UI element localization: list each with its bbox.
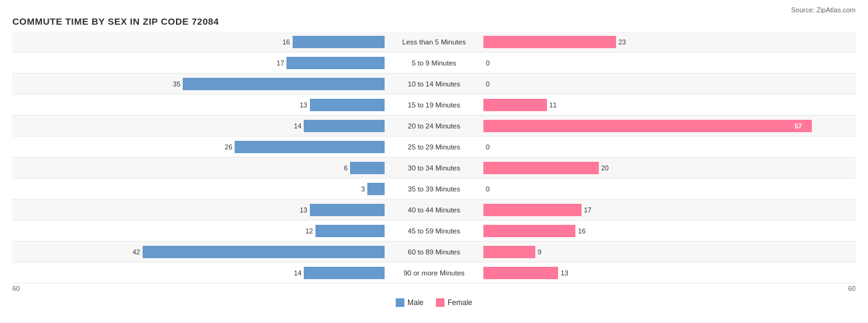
axis-right: 60	[848, 285, 856, 292]
male-value: 16	[282, 36, 290, 48]
row-label: Less than 5 Minutes	[385, 38, 483, 46]
male-bar	[143, 246, 385, 258]
chart-row: 335 to 39 Minutes0	[12, 178, 856, 199]
legend-female-label: Female	[448, 298, 472, 307]
female-bar	[483, 267, 558, 279]
chart-row: 16Less than 5 Minutes23	[12, 31, 856, 52]
male-value: 14	[294, 120, 301, 132]
female-bar	[483, 162, 599, 174]
male-value: 3	[361, 183, 365, 195]
axis-labels: 60 60	[12, 283, 856, 293]
male-bar	[286, 57, 385, 69]
chart-row: 1340 to 44 Minutes17	[12, 199, 856, 220]
male-value: 26	[225, 141, 232, 153]
male-value: 13	[299, 99, 307, 111]
chart-row: 1490 or more Minutes13	[12, 262, 856, 283]
female-bar	[483, 204, 582, 216]
female-value: 17	[584, 204, 591, 216]
female-value: 13	[561, 267, 568, 279]
chart-row: 2625 to 29 Minutes0	[12, 136, 856, 157]
row-label: 20 to 24 Minutes	[385, 122, 483, 130]
female-value: 0	[486, 183, 490, 195]
female-value: 0	[486, 78, 490, 90]
female-value: 16	[578, 225, 585, 237]
female-value: 0	[486, 141, 490, 153]
female-value: 11	[549, 99, 557, 111]
male-bar	[310, 204, 385, 216]
row-label: 35 to 39 Minutes	[385, 185, 483, 193]
female-bar	[483, 225, 575, 237]
male-value: 42	[133, 246, 140, 258]
chart-row: 1420 to 24 Minutes57	[12, 115, 856, 136]
chart-title: COMMUTE TIME BY SEX IN ZIP CODE 72084	[12, 16, 856, 27]
male-value: 13	[299, 204, 307, 216]
row-label: 45 to 59 Minutes	[385, 227, 483, 235]
female-bar	[483, 99, 547, 111]
male-value: 12	[306, 225, 313, 237]
male-value: 35	[173, 78, 180, 90]
female-value: 0	[486, 57, 490, 69]
legend: Male Female	[12, 298, 856, 307]
female-value: 9	[538, 246, 541, 258]
male-bar	[304, 120, 385, 132]
chart-area: 16Less than 5 Minutes23175 to 9 Minutes0…	[12, 31, 856, 283]
chart-row: 1245 to 59 Minutes16	[12, 220, 856, 241]
male-bar	[235, 141, 385, 153]
row-label: 10 to 14 Minutes	[385, 80, 483, 88]
female-bar	[483, 36, 616, 48]
male-value: 14	[294, 267, 301, 279]
male-bar	[350, 162, 385, 174]
male-bar	[183, 78, 385, 90]
male-bar	[310, 99, 385, 111]
row-label: 90 or more Minutes	[385, 269, 483, 277]
female-value: 20	[601, 162, 609, 174]
chart-row: 3510 to 14 Minutes0	[12, 73, 856, 94]
chart-row: 630 to 34 Minutes20	[12, 157, 856, 178]
row-label: 15 to 19 Minutes	[385, 101, 483, 109]
female-value: 57	[795, 120, 802, 132]
source-label: Source: ZipAtlas.com	[12, 6, 856, 14]
row-label: 40 to 44 Minutes	[385, 206, 483, 214]
axis-left: 60	[12, 285, 20, 292]
male-bar	[315, 225, 385, 237]
legend-male: Male	[396, 298, 424, 307]
female-bar	[483, 246, 535, 258]
chart-row: 4260 to 89 Minutes9	[12, 241, 856, 262]
row-label: 5 to 9 Minutes	[385, 59, 483, 67]
female-bar	[483, 120, 812, 132]
row-label: 30 to 34 Minutes	[385, 164, 483, 172]
legend-female: Female	[436, 298, 472, 307]
legend-female-box	[436, 298, 444, 307]
chart-row: 175 to 9 Minutes0	[12, 52, 856, 73]
male-bar	[304, 267, 385, 279]
legend-male-label: Male	[407, 298, 424, 307]
legend-male-box	[396, 298, 404, 307]
male-value: 17	[277, 57, 284, 69]
row-label: 25 to 29 Minutes	[385, 143, 483, 151]
chart-row: 1315 to 19 Minutes11	[12, 94, 856, 115]
male-bar	[293, 36, 385, 48]
row-label: 60 to 89 Minutes	[385, 248, 483, 256]
male-value: 6	[344, 162, 348, 174]
female-value: 23	[619, 36, 626, 48]
male-bar	[367, 183, 385, 195]
